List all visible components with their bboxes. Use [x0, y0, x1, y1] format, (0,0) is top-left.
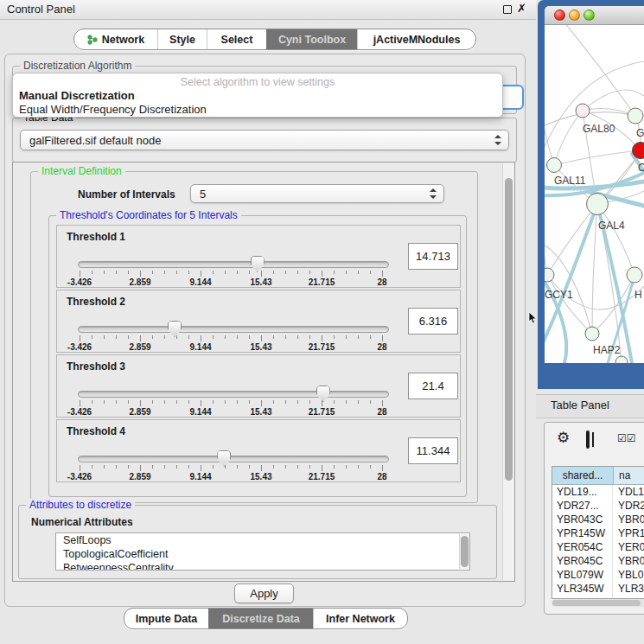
network-node-gal80[interactable] — [576, 104, 590, 118]
tab-style[interactable]: Style — [157, 29, 207, 49]
slider-ticks — [80, 335, 382, 342]
network-node-gal11[interactable] — [547, 158, 562, 173]
algorithm-dropdown-popup: Select algorithm to view settings Manual… — [12, 73, 503, 118]
bottom-tab-bar: Impute Data Discretize Data Infer Networ… — [124, 608, 408, 629]
dropdown-prompt: Select algorithm to view settings — [13, 75, 502, 89]
table-panel-header: Table Panel — [536, 394, 644, 418]
node-label-gal80: GAL80 — [583, 123, 615, 135]
tab-impute-data[interactable]: Impute Data — [124, 609, 208, 628]
horizontal-scrollbar[interactable] — [552, 599, 644, 607]
tab-jactivemnodules[interactable]: jActiveMNodules — [357, 29, 475, 49]
float-window-icon[interactable] — [503, 5, 512, 14]
tab-infer-network[interactable]: Infer Network — [313, 609, 407, 628]
network-node-gcy1[interactable] — [545, 268, 554, 282]
vertical-scrollbar-thumb[interactable] — [505, 178, 513, 481]
table-settings-gear-icon[interactable]: ⚙ — [557, 430, 570, 445]
tab-label: Cyni Toolbox — [278, 34, 346, 46]
threshold-3-slider[interactable]: -3.4262.8599.14415.4321.71528 — [78, 385, 387, 416]
table-row[interactable]: YER054CYER0 — [552, 540, 644, 554]
network-canvas[interactable]: GAL80 GA C GAL11 GAL4 GCY1 H HAP2 — [545, 25, 644, 363]
table-row[interactable]: YBR045CYBR0 — [552, 554, 644, 568]
network-icon — [87, 34, 98, 46]
number-of-intervals-value: 5 — [200, 188, 206, 201]
network-node-bottom[interactable] — [615, 356, 628, 363]
table-panel-title: Table Panel — [551, 399, 609, 411]
numerical-attributes-list[interactable]: SelfLoopsTopologicalCoefficientBetweenne… — [55, 532, 470, 571]
slider-track[interactable] — [78, 456, 389, 462]
network-node-h[interactable] — [627, 267, 642, 283]
threshold-label: Threshold 3 — [67, 360, 125, 373]
cyni-toolbox-panel: Discretization Algorithm Select algorith… — [4, 54, 526, 607]
table-data-combobox[interactable]: galFiltered.sif default node — [20, 130, 509, 150]
node-label-gal11: GAL11 — [554, 175, 586, 187]
threshold-4-slider[interactable]: -3.4262.8599.14415.4321.71528 — [78, 450, 387, 481]
slider-track[interactable] — [78, 261, 389, 268]
settings-scroll-area: Interval Definition Number of Intervals … — [12, 162, 515, 582]
select-columns-checkboxes-icon[interactable]: ☑☑ — [617, 432, 636, 444]
control-panel-title: Control Panel — [7, 3, 75, 16]
list-scrollbar-thumb[interactable] — [461, 536, 469, 567]
number-of-intervals-label: Number of Intervals — [78, 188, 175, 201]
threshold-label: Threshold 2 — [67, 296, 125, 308]
attribute-item[interactable]: SelfLoops — [56, 533, 469, 547]
column-header-name[interactable]: na — [614, 467, 644, 484]
tab-discretize-data[interactable]: Discretize Data — [208, 609, 313, 628]
dropdown-option-equal-width-frequency[interactable]: Equal Width/Frequency Discretization — [13, 103, 502, 117]
table-body: YDL19...YDL1YDR27...YDR2YBR043CYBR0YPR14… — [552, 485, 644, 599]
table-header-row: shared... na — [552, 467, 644, 485]
mac-zoom-button[interactable] — [583, 10, 595, 21]
horizontal-scrollbar-thumb[interactable] — [552, 600, 641, 606]
close-icon[interactable]: ✗ — [517, 2, 526, 15]
node-table: shared... na YDL19...YDL1YDR27...YDR2YBR… — [552, 466, 644, 599]
tab-network[interactable]: Network — [74, 29, 157, 49]
slider-track[interactable] — [78, 326, 389, 333]
tab-label: Impute Data — [136, 613, 198, 625]
network-node-hap2[interactable] — [585, 327, 599, 341]
network-node-top-right[interactable] — [628, 108, 643, 124]
threshold-1-panel: Threshold 1 -3.4262.8599.14415.4321.7152… — [56, 225, 461, 288]
mac-minimize-button[interactable] — [569, 10, 580, 21]
tab-label: jActiveMNodules — [373, 34, 461, 46]
vertical-scrollbar[interactable] — [502, 163, 514, 580]
threshold-1-value-field[interactable]: 14.713 — [408, 243, 458, 270]
table-row[interactable]: YLR345WYLR3 — [552, 582, 644, 596]
threshold-4-value-field[interactable]: 11.344 — [408, 437, 458, 464]
threshold-1-slider[interactable]: -3.4262.8599.14415.4321.71528 — [78, 255, 387, 286]
attribute-item[interactable]: TopologicalCoefficient — [56, 547, 469, 561]
column-header-shared-name[interactable]: shared... — [552, 467, 614, 484]
number-of-intervals-combobox[interactable]: 5 — [190, 184, 444, 203]
dropdown-option-manual-discretization[interactable]: Manual Discretization — [13, 89, 502, 103]
group-title: Attributes to discretize — [26, 499, 135, 511]
node-label-gcy1: GCY1 — [545, 289, 573, 301]
list-scrollbar[interactable] — [459, 534, 469, 569]
thresholds-group: Threshold's Coordinates for 5 Intervals … — [48, 215, 467, 497]
table-row[interactable]: YDR27...YDR2 — [552, 499, 644, 513]
stepper-arrows-icon — [494, 135, 502, 145]
table-panel: ⚙ ☑☑ shared... na YDL19...YDL1YDR27...YD… — [544, 422, 644, 615]
table-data-group: Table Data galFiltered.sif default node — [12, 118, 517, 163]
threshold-3-value-field[interactable]: 21.4 — [408, 373, 458, 399]
table-row[interactable]: YBL079WYBL0 — [552, 568, 644, 582]
apply-button[interactable]: Apply — [234, 583, 294, 603]
slider-ticks — [80, 400, 382, 407]
column-chooser-icon[interactable] — [586, 430, 590, 449]
attribute-item[interactable]: BetweennessCentrality — [56, 561, 469, 571]
threshold-2-value-field[interactable]: 6.316 — [408, 308, 458, 335]
network-node-gal4[interactable] — [587, 194, 609, 215]
threshold-2-panel: Threshold 2 -3.4262.8599.14415.4321.7152… — [56, 290, 461, 353]
tab-cyni-toolbox[interactable]: Cyni Toolbox — [266, 29, 357, 49]
tab-label: Discretize Data — [222, 613, 300, 625]
table-row[interactable]: YBR043CYBR0 — [552, 513, 644, 526]
slider-tick-labels: -3.4262.8599.14415.4321.71528 — [80, 277, 382, 286]
tab-label: Infer Network — [326, 613, 395, 625]
group-title: Threshold's Coordinates for 5 Intervals — [56, 209, 241, 221]
threshold-4-panel: Threshold 4 -3.4262.8599.14415.4321.7152… — [56, 419, 461, 482]
slider-tick-labels: -3.4262.8599.14415.4321.71528 — [80, 472, 382, 481]
table-row[interactable]: YDL19...YDL1 — [552, 485, 644, 499]
slider-track[interactable] — [78, 391, 389, 398]
table-row[interactable]: YPR145WYPR1 — [552, 526, 644, 540]
threshold-2-slider[interactable]: -3.4262.8599.14415.4321.71528 — [78, 320, 387, 351]
node-label-c: C — [638, 162, 644, 174]
mac-close-button[interactable] — [554, 10, 565, 21]
tab-select[interactable]: Select — [207, 29, 266, 49]
